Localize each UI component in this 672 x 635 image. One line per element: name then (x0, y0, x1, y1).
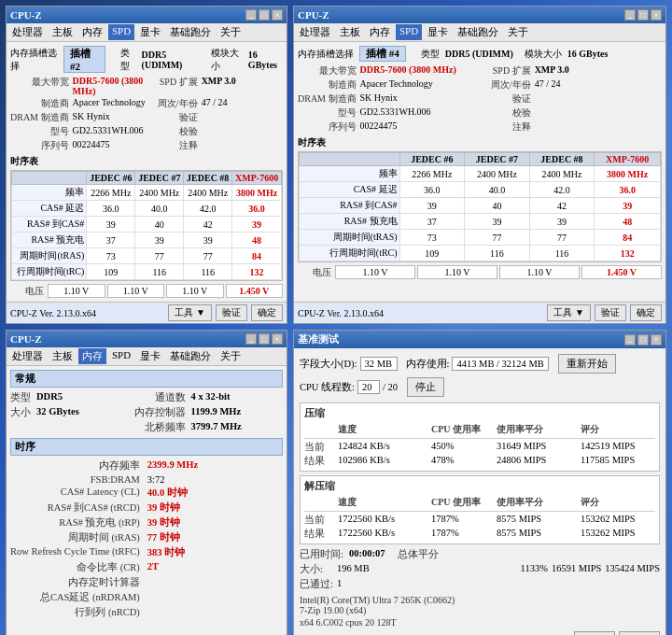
xmp-4: XMP 3.0 (535, 64, 662, 78)
menu-mem-slot2[interactable]: 内存 (78, 24, 106, 40)
cpu-threads-field: CPU 线程数: 20 / 20 (300, 380, 398, 394)
comp-cur-mips: 31649 MIPS (497, 441, 581, 454)
combined-section: 已用时间: 00:00:07 总体平分 大小: 196 MB 1133% 165… (300, 548, 660, 591)
restart-button[interactable]: 重新开始 (558, 354, 616, 374)
decomp-res-speed: 1722560 KB/s (338, 528, 431, 541)
menu-bench-mem[interactable]: 基础跑分 (166, 348, 215, 364)
wy-2: 47 / 24 (202, 97, 283, 110)
close-icon-btn-bench[interactable]: × (651, 334, 662, 346)
menu-spd-slot4[interactable]: SPD (396, 24, 422, 40)
serial-4: 00224475 (360, 120, 487, 134)
window-controls-bench: _ □ × (624, 334, 662, 346)
title-memory: CPU-Z (10, 333, 42, 345)
bench-footer-buttons: 帮助 关闭 (300, 631, 660, 635)
maximize-btn-memory[interactable]: □ (259, 333, 270, 345)
slot-badge-2: 插槽 #2 (63, 46, 105, 73)
ok-btn-slot4[interactable]: 确定 (630, 304, 662, 321)
version-slot4: CPU-Z Ver. 2.13.0.x64 (298, 308, 384, 318)
arch-label: x64 6.C002 cpus 20 128T (300, 617, 660, 628)
close-btn-slot4[interactable]: × (651, 9, 662, 21)
content-slot4: 内存插槽选择 插槽 #4 类型 DDR5 (UDIMM) 模块大小 16 GBy… (294, 42, 665, 302)
menu-about-slot2[interactable]: 关于 (217, 24, 245, 40)
close-btn-slot2[interactable]: × (272, 9, 283, 21)
size-value-2: 16 GBytes (248, 49, 283, 70)
cpu-name-display: Intel(R) Core(TM) Ultra 7 265K (C0662) 7… (300, 595, 660, 615)
menu-board-mem[interactable]: 主板 (49, 348, 77, 364)
ras-val: 77 时钟 (147, 531, 283, 544)
cr-val: 2T (147, 561, 283, 574)
combined-score: 135424 MIPS (605, 563, 660, 576)
comp-res-score: 117585 MIPS (581, 455, 655, 468)
type-value-4: DDR5 (UDIMM) (445, 49, 513, 59)
validate-btn-slot2[interactable]: 验证 (216, 304, 247, 321)
menu-cpu-slot2[interactable]: 处理器 (8, 24, 47, 40)
menu-bar-slot4: 处理器 主板 内存 SPD 显卡 基础跑分 关于 (294, 23, 665, 42)
menu-board-slot4[interactable]: 主板 (336, 24, 364, 40)
help-button[interactable]: 帮助 (574, 631, 615, 635)
comp-cur-speed: 124824 KB/s (338, 441, 431, 454)
stop-button[interactable]: 停止 (407, 377, 444, 397)
timings-label-4: 时序表 (298, 136, 662, 149)
mem-size-value: 32 MB (360, 357, 398, 371)
titlebar-bench: 基准测试 _ □ × (294, 331, 665, 348)
menu-cpu-mem[interactable]: 处理器 (8, 348, 47, 364)
slot-label: 内存插槽选择 (10, 47, 58, 73)
menu-gpu-mem[interactable]: 显卡 (136, 348, 164, 364)
comp-cur-cpu: 450% (431, 441, 497, 454)
menu-cpu-slot4[interactable]: 处理器 (296, 24, 334, 40)
decomp-cur-score: 153262 MIPS (581, 514, 655, 527)
menu-spd-slot2[interactable]: SPD (108, 24, 134, 40)
comp-res-speed: 102986 KB/s (338, 455, 431, 468)
cpu-threads-value: 20 (357, 380, 380, 394)
decomp-res-score: 153262 MIPS (581, 528, 655, 541)
comp-res-cpu: 478% (431, 455, 497, 468)
decomp-res-mips: 8575 MIPS (497, 528, 581, 541)
voltage-row-4: 电压 1.10 V 1.10 V 1.10 V 1.450 V (298, 265, 662, 279)
decomp-cur-mips: 8575 MIPS (497, 514, 581, 527)
benchmark-window: 基准测试 _ □ × 字段大小(D): 32 MB 内存使用: 4413 MB … (293, 330, 666, 635)
menu-about-slot4[interactable]: 关于 (504, 24, 532, 40)
part-2: GD2.5331WH.006 (73, 125, 154, 138)
minimize-btn-memory[interactable]: _ (245, 333, 257, 345)
close-btn-memory[interactable]: × (272, 333, 283, 345)
xmp-2: XMP 3.0 (202, 76, 283, 96)
timing-section: 时序 (10, 438, 283, 456)
close-bench-button[interactable]: 关闭 (619, 631, 660, 635)
title-slot2: CPU-Z (10, 9, 42, 21)
combined-mips: 16591 MIPS (552, 563, 601, 576)
menu-bench-slot2[interactable]: 基础跑分 (166, 24, 215, 40)
tools-btn-slot4[interactable]: 工具 ▼ (547, 304, 591, 321)
type-value-2: DDR5 (UDIMM) (142, 49, 200, 70)
max-bw-4: DDR5-7600 (3800 MHz) (360, 64, 487, 78)
titlebar-slot4: CPU-Z _ □ × (294, 7, 665, 23)
ok-btn-slot2[interactable]: 确定 (251, 304, 283, 321)
title-slot4: CPU-Z (298, 9, 329, 21)
decomp-res-cpu: 1787% (431, 528, 497, 541)
timings-label-2: 时序表 (10, 155, 283, 168)
menu-about-mem[interactable]: 关于 (217, 348, 245, 364)
validate-btn-slot4[interactable]: 验证 (595, 304, 626, 321)
maximize-btn-bench[interactable]: □ (637, 334, 649, 346)
menu-gpu-slot4[interactable]: 显卡 (424, 24, 452, 40)
fsb-dram: 3:72 (147, 474, 283, 485)
menu-board-slot2[interactable]: 主板 (49, 24, 77, 40)
minimize-btn-bench[interactable]: _ (624, 334, 636, 346)
elapsed-value: 00:00:07 (349, 548, 385, 561)
menu-mem-mem[interactable]: 内存 (78, 348, 106, 364)
menu-mem-slot4[interactable]: 内存 (366, 24, 394, 40)
mfr-2: Apacer Technology (73, 97, 154, 110)
menu-spd-mem[interactable]: SPD (108, 348, 134, 364)
ctrl-freq: 1199.9 MHz (191, 406, 284, 419)
menu-gpu-slot2[interactable]: 显卡 (136, 24, 164, 40)
mem-use-value: 4413 MB / 32124 MB (452, 357, 548, 371)
maximize-btn-slot2[interactable]: □ (259, 9, 270, 21)
maximize-btn-slot4[interactable]: □ (637, 9, 649, 21)
minimize-btn-slot2[interactable]: _ (245, 9, 257, 21)
menu-bench-slot4[interactable]: 基础跑分 (454, 24, 502, 40)
tools-btn-slot2[interactable]: 工具 ▼ (168, 304, 212, 321)
footer-slot4: CPU-Z Ver. 2.13.0.x64 工具 ▼ 验证 确定 (294, 302, 665, 323)
part-4: GD2.5331WH.006 (360, 106, 487, 120)
minimize-btn-slot4[interactable]: _ (624, 9, 636, 21)
decompress-section: 解压缩 速度 CPU 使用率 使用率平分 评分 当前 1722560 KB/s … (300, 475, 660, 544)
timing-table-4: JEDEC #6 JEDEC #7 JEDEC #8 XMP-7600 频率 2… (298, 151, 662, 262)
